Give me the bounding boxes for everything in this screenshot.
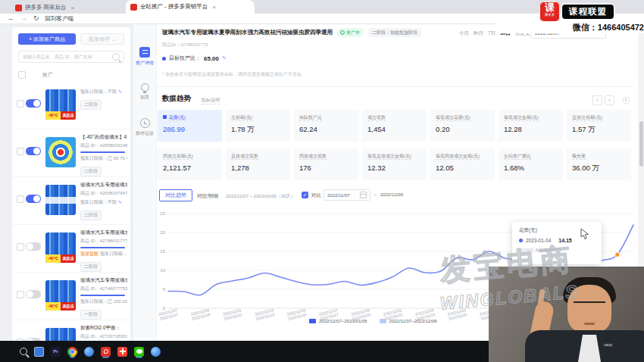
x-axis-tick: 2022/12/112022/11/11 bbox=[223, 307, 243, 321]
search-icon[interactable] bbox=[112, 53, 120, 61]
product-row: -40℃真防冻玻璃水汽车专用玻璃水夏季商品 ID：427886317775预警提… bbox=[12, 225, 130, 273]
metric-label: 直接交易额(元) bbox=[572, 114, 626, 121]
metric-label-text: 每笔间接成交金额(元) bbox=[436, 154, 480, 160]
promo-toggle[interactable] bbox=[26, 99, 41, 108]
date-filter-option[interactable]: 7日 bbox=[488, 30, 496, 37]
goal-label: 目标投产比： bbox=[169, 55, 201, 62]
edge-icon[interactable] bbox=[151, 347, 161, 357]
x-axis-tick: 2022/12/092022/11/09 bbox=[190, 307, 211, 321]
select-all-checkbox[interactable] bbox=[18, 71, 26, 79]
row-checkbox[interactable] bbox=[17, 195, 24, 203]
reload-icon[interactable]: ↻ bbox=[33, 15, 39, 22]
metric-card[interactable]: 直接交易额(元)1.57 万 bbox=[567, 110, 631, 142]
calendar-icon bbox=[360, 192, 367, 198]
metric-value: 1,454 bbox=[367, 125, 421, 133]
browser-tab-2[interactable]: 全站推广 - 拼多多营销平台 × bbox=[126, 0, 255, 14]
metric-label-text: 交易额(元) bbox=[231, 115, 252, 121]
metric-card[interactable]: 实际投产比62.24 bbox=[294, 110, 358, 142]
y-axis-tick: 20 bbox=[160, 230, 165, 235]
metric-label: 直接成交笔数 bbox=[231, 153, 285, 160]
budget-text: 预算日限额：已 100.00 / 1… bbox=[80, 299, 127, 304]
shirt-logo-text: uaup bbox=[604, 342, 612, 347]
tab-close-icon[interactable]: × bbox=[71, 5, 75, 11]
metric-card[interactable]: 直接成交笔数1,278 bbox=[226, 148, 290, 180]
thumb-label-right: 真防冻 bbox=[61, 254, 76, 263]
logo-subtext: 课多多 bbox=[539, 13, 560, 17]
promo-toggle[interactable] bbox=[26, 242, 41, 251]
rail-item-detail[interactable]: 推广详情 bbox=[133, 47, 156, 67]
metric-card[interactable]: 成交笔数1,454 bbox=[362, 110, 427, 142]
y-axis-tick: 5 bbox=[163, 287, 166, 292]
metrics-prev-button[interactable]: ‹ bbox=[592, 95, 602, 105]
scrollbar-thumb[interactable] bbox=[639, 121, 643, 167]
date-filter-option[interactable]: 今日 bbox=[459, 30, 469, 37]
promo-toggle[interactable] bbox=[26, 195, 41, 203]
legend-item-compare[interactable]: 2022/11/07~2022/12/06 bbox=[380, 319, 437, 323]
metric-card[interactable]: 每笔间接成交金额(元)12.05 bbox=[430, 148, 495, 180]
metric-card[interactable]: 间接成交笔数176 bbox=[294, 148, 358, 180]
metric-label-text: 直接交易额(元) bbox=[572, 115, 602, 121]
metric-label: 每笔成交金额(元) bbox=[504, 114, 558, 121]
promo-toggle[interactable] bbox=[26, 290, 41, 298]
search-placeholder: 请输入商品名、商品 ID、推广名称 bbox=[23, 54, 109, 61]
metric-card[interactable]: 间接交易额(元)2,121.57 bbox=[158, 148, 222, 180]
metric-label-text: 实际投产比 bbox=[299, 115, 322, 121]
stage-badge: 二阶段 bbox=[80, 211, 102, 220]
date-filter-option[interactable]: 昨日 bbox=[474, 30, 483, 37]
metric-label: 间接交易额(元) bbox=[163, 153, 217, 160]
metric-label-text: 成交笔数 bbox=[367, 115, 386, 121]
row-checkbox[interactable] bbox=[17, 148, 24, 155]
metric-card[interactable]: 全站推广费比1.68% bbox=[499, 148, 563, 180]
y-axis-tick: 10 bbox=[160, 268, 165, 273]
metric-value: 1,278 bbox=[231, 164, 285, 172]
metric-card[interactable]: 每笔直接成交金额(元)12.32 bbox=[362, 148, 427, 180]
edit-icon[interactable]: ✎ bbox=[117, 200, 122, 204]
forward-icon[interactable]: → bbox=[20, 15, 27, 22]
batch-actions-button[interactable]: 批量操作 ⌄ bbox=[80, 33, 124, 45]
product-search-input[interactable]: 请输入商品名、商品 ID、推广名称 bbox=[18, 51, 124, 63]
promo-toggle[interactable] bbox=[26, 147, 41, 155]
compare-checkbox[interactable]: ✓ bbox=[302, 192, 308, 198]
address-text[interactable]: 回到客户端 bbox=[45, 15, 74, 23]
pinduoduo-icon[interactable] bbox=[101, 347, 111, 357]
row-checkbox[interactable] bbox=[17, 291, 24, 298]
tab-compare-trend[interactable]: 对比趋势 bbox=[159, 189, 192, 201]
edit-icon[interactable]: ✎ bbox=[117, 89, 122, 94]
compare-to-value: 2022/12/06 bbox=[380, 192, 403, 197]
status-text: 推广中 bbox=[346, 28, 360, 37]
search-icon[interactable] bbox=[20, 348, 27, 355]
app-red-icon[interactable] bbox=[117, 347, 127, 357]
rail-item-creative[interactable]: 创意 bbox=[133, 83, 156, 101]
legend-swatch-icon bbox=[309, 319, 316, 323]
metrics-next-button[interactable]: › bbox=[605, 95, 614, 105]
metric-help-link[interactable]: 指标说明 bbox=[202, 97, 220, 105]
browser-tab-1[interactable]: 拼多多 商家后台 × bbox=[11, 2, 132, 14]
task-view-icon[interactable] bbox=[34, 347, 44, 357]
tab-compare-detail[interactable]: 对比明细 bbox=[197, 192, 218, 200]
metric-card[interactable]: 每笔成交金额(元)12.28 bbox=[499, 110, 563, 142]
wechat-icon[interactable] bbox=[134, 347, 144, 357]
metric-card[interactable]: 交易额(元)1.78 万 bbox=[226, 110, 290, 142]
rail-item-history[interactable]: 操作记录 bbox=[133, 118, 156, 137]
product-name: 玻璃水汽车专用玻璃水防冻 bbox=[80, 277, 127, 284]
metric-value: 1.68% bbox=[504, 164, 558, 172]
legend-item-current[interactable]: 2022/12/07~2023/01/05 bbox=[309, 319, 367, 323]
chrome-icon[interactable] bbox=[67, 347, 77, 357]
premiere-icon[interactable]: Pr bbox=[51, 347, 61, 357]
gear-icon[interactable] bbox=[623, 97, 630, 104]
add-promo-product-button[interactable]: + 添加推广商品 bbox=[18, 33, 76, 45]
back-icon[interactable]: ← bbox=[8, 15, 14, 22]
tab-close-icon[interactable]: × bbox=[212, 4, 216, 11]
row-checkbox[interactable] bbox=[17, 100, 24, 108]
metric-card[interactable]: 曝光量36.00 万 bbox=[567, 148, 631, 180]
app-blue-icon[interactable] bbox=[84, 347, 94, 357]
compare-from-input[interactable]: 2022/11/07 bbox=[324, 189, 370, 201]
metric-label-text: 每笔成交花费(元) bbox=[436, 115, 470, 121]
metric-label: 间接成交笔数 bbox=[299, 153, 353, 160]
x-axis-tick: 2022/12/252022/11/25 bbox=[447, 307, 467, 321]
metric-card[interactable]: 花费(元)286.99 bbox=[158, 110, 222, 142]
budget-line: 预警提醒预算日限额：已 ✎ bbox=[80, 251, 127, 257]
row-checkbox[interactable] bbox=[17, 243, 24, 251]
metric-card[interactable]: 每笔成交花费(元)0.20 bbox=[430, 110, 495, 142]
edit-icon[interactable]: ✎ bbox=[222, 55, 227, 61]
